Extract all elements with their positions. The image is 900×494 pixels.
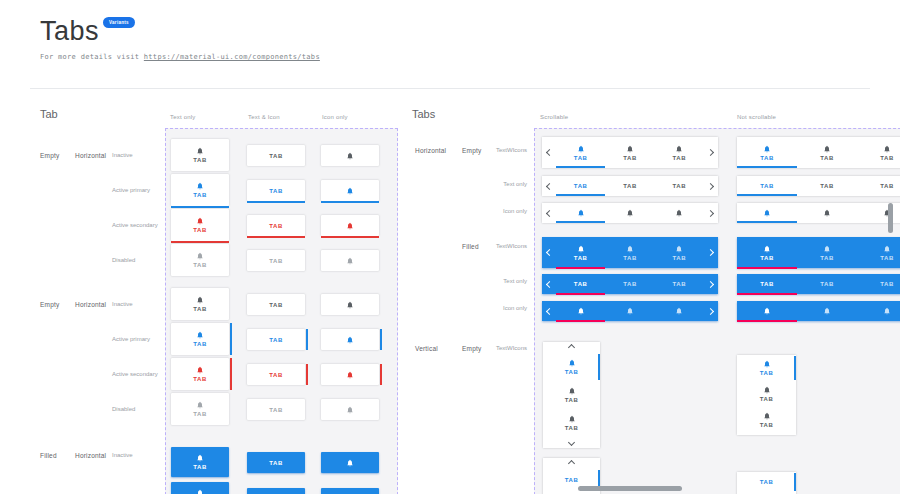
tab-item-active[interactable]: TAB bbox=[737, 274, 797, 294]
tab-specimen-icon-active-secondary[interactable] bbox=[321, 364, 379, 385]
tab-item[interactable] bbox=[655, 301, 704, 321]
tab-item[interactable] bbox=[655, 203, 704, 223]
tab-specimen-texticon-inactive[interactable]: TAB bbox=[171, 288, 229, 320]
tab-specimen-icon-disabled[interactable] bbox=[321, 250, 379, 271]
tab-item[interactable]: TAB bbox=[605, 137, 654, 168]
state-label: Disabled bbox=[112, 257, 135, 263]
tab-specimen-text-active-primary[interactable]: TAB bbox=[247, 180, 305, 201]
tab-item[interactable]: TAB bbox=[655, 237, 704, 268]
tab-item[interactable]: TAB bbox=[857, 176, 900, 196]
external-link[interactable]: https://material-ui.com/components/tabs bbox=[144, 53, 320, 61]
tab-specimen-text-inactive[interactable]: TAB bbox=[247, 145, 305, 166]
tab-specimen-icon-inactive[interactable] bbox=[321, 145, 379, 166]
tab-item[interactable] bbox=[605, 301, 654, 321]
tab-item[interactable]: TAB bbox=[737, 407, 796, 433]
tab-item[interactable]: TAB bbox=[655, 274, 704, 294]
bell-icon bbox=[763, 360, 771, 368]
scroll-up-button[interactable] bbox=[543, 458, 600, 469]
tab-item-active[interactable]: TAB bbox=[737, 176, 797, 196]
tab-specimen-texticon-active-primary[interactable]: TAB bbox=[171, 323, 229, 355]
tab-item-active[interactable] bbox=[556, 203, 605, 223]
tab-specimen-texticon-active-secondary[interactable]: TAB bbox=[171, 358, 229, 390]
tab-item[interactable]: TAB bbox=[605, 237, 654, 268]
tab-item[interactable]: TAB bbox=[797, 137, 857, 168]
tab-item-active[interactable]: TAB bbox=[556, 176, 605, 196]
tab-specimen-text-inactive[interactable]: TAB bbox=[247, 294, 305, 315]
tab-item-active[interactable]: TAB bbox=[737, 472, 796, 492]
tab-item-active[interactable] bbox=[737, 301, 797, 321]
tab-specimen-text-active-secondary[interactable]: TAB bbox=[247, 215, 305, 236]
tab-specimen-icon-inactive[interactable] bbox=[321, 294, 379, 315]
tab-specimen-texticon-disabled[interactable]: TAB bbox=[171, 393, 229, 425]
tab-specimen-filled-text[interactable]: TAB bbox=[247, 452, 305, 473]
tab-label: TAB bbox=[672, 155, 686, 161]
tab-specimen-filled-texticon[interactable]: TAB bbox=[171, 482, 229, 494]
scroll-left-button[interactable] bbox=[542, 237, 556, 268]
tab-item[interactable]: TAB bbox=[857, 137, 900, 168]
tab-item[interactable] bbox=[605, 203, 654, 223]
scroll-left-button[interactable] bbox=[542, 274, 556, 294]
tab-item-active[interactable]: TAB bbox=[543, 353, 600, 381]
tab-item[interactable]: TAB bbox=[605, 176, 654, 196]
scroll-left-button[interactable] bbox=[542, 137, 556, 168]
tab-specimen-texticon-inactive[interactable]: TAB bbox=[171, 139, 229, 171]
tab-specimen-text-active-primary[interactable]: TAB bbox=[247, 329, 305, 350]
vertical-scrollbar-thumb[interactable] bbox=[888, 203, 893, 233]
scroll-right-button[interactable] bbox=[704, 237, 718, 268]
scroll-right-button[interactable] bbox=[704, 176, 718, 196]
tab-item-active[interactable] bbox=[556, 301, 605, 321]
bell-icon bbox=[883, 307, 891, 315]
scroll-right-button[interactable] bbox=[704, 301, 718, 321]
tab-item-active[interactable]: TAB bbox=[556, 237, 605, 268]
tab-specimen-text-active-secondary[interactable]: TAB bbox=[247, 364, 305, 385]
tab-item[interactable]: TAB bbox=[543, 409, 600, 437]
tab-specimen-icon-active-secondary[interactable] bbox=[321, 215, 379, 236]
bell-icon bbox=[196, 147, 204, 155]
tab-specimen-filled-texticon[interactable]: TAB bbox=[171, 447, 229, 477]
tab-specimen-filled-icon[interactable] bbox=[321, 452, 379, 473]
tab-item[interactable]: TAB bbox=[655, 176, 704, 196]
scroll-down-button[interactable] bbox=[543, 437, 600, 448]
tab-specimen-icon-active-primary[interactable] bbox=[321, 329, 379, 350]
tab-specimen-texticon-disabled[interactable]: TAB bbox=[171, 244, 229, 276]
tab-item-active[interactable]: TAB bbox=[737, 237, 797, 268]
scroll-left-button[interactable] bbox=[542, 301, 556, 321]
scroll-left-button[interactable] bbox=[542, 176, 556, 196]
scroll-left-button[interactable] bbox=[542, 203, 556, 223]
tab-label: TAB bbox=[193, 376, 207, 382]
tab-specimen-icon-active-primary[interactable] bbox=[321, 180, 379, 201]
tab-specimen-icon-disabled[interactable] bbox=[321, 399, 379, 420]
tab-specimen-filled-icon[interactable] bbox=[321, 488, 379, 494]
tab-item[interactable] bbox=[797, 301, 857, 321]
tab-item[interactable]: TAB bbox=[797, 176, 857, 196]
tab-item[interactable]: TAB bbox=[857, 237, 900, 268]
tab-specimen-filled-text[interactable]: TAB bbox=[247, 488, 305, 494]
tab-item[interactable]: TAB bbox=[797, 274, 857, 294]
tab-specimen-text-disabled[interactable]: TAB bbox=[247, 399, 305, 420]
scroll-right-button[interactable] bbox=[704, 274, 718, 294]
tab-specimen-texticon-active-primary[interactable]: TAB bbox=[171, 174, 229, 206]
tab-item[interactable]: TAB bbox=[797, 237, 857, 268]
tab-item[interactable] bbox=[857, 203, 900, 223]
tab-item[interactable] bbox=[797, 203, 857, 223]
tab-item-active[interactable]: TAB bbox=[737, 137, 797, 168]
scroll-right-button[interactable] bbox=[704, 203, 718, 223]
tab-item-active[interactable]: TAB bbox=[556, 274, 605, 294]
tab-item[interactable]: TAB bbox=[737, 381, 796, 407]
scroll-right-button[interactable] bbox=[704, 137, 718, 168]
bell-icon bbox=[626, 245, 634, 253]
scroll-up-button[interactable] bbox=[543, 342, 600, 353]
tab-specimen-text-disabled[interactable]: TAB bbox=[247, 250, 305, 271]
tab-item[interactable]: TAB bbox=[655, 137, 704, 168]
tab-item[interactable]: TAB bbox=[543, 381, 600, 409]
tab-item[interactable]: TAB bbox=[605, 274, 654, 294]
tab-item-active[interactable]: TAB bbox=[737, 355, 796, 381]
group-fill-label: Filled bbox=[40, 452, 57, 459]
tab-item[interactable]: TAB bbox=[857, 274, 900, 294]
tab-item[interactable] bbox=[857, 301, 900, 321]
horizontal-scrollbar-thumb[interactable] bbox=[578, 486, 682, 491]
tabs-bar-notscrollable-texticons: TAB TAB TAB bbox=[737, 137, 900, 168]
tab-specimen-texticon-active-secondary[interactable]: TAB bbox=[171, 209, 229, 241]
tab-item-active[interactable]: TAB bbox=[556, 137, 605, 168]
tab-item-active[interactable] bbox=[737, 203, 797, 223]
